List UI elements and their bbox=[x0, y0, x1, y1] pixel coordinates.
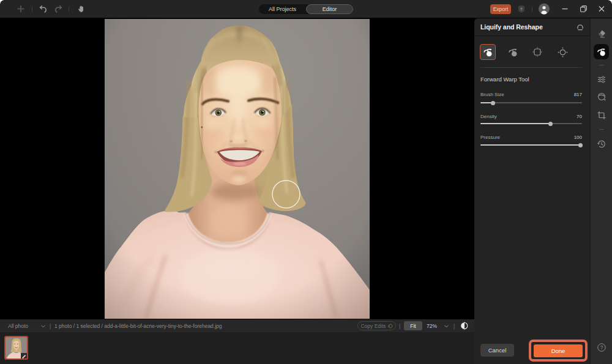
svg-text:?: ? bbox=[600, 344, 603, 351]
